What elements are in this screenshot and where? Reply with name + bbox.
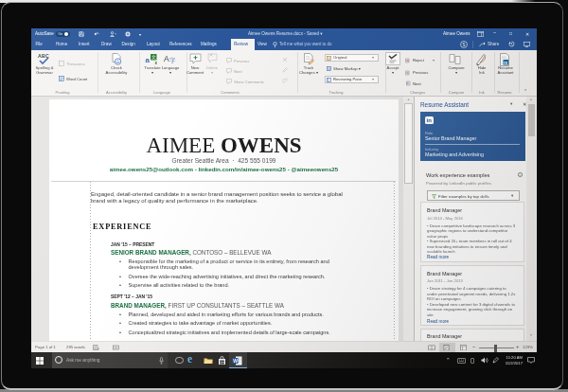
svg-text:a: a [146,56,151,64]
svg-text:文: 文 [151,54,156,60]
svg-text:A: A [164,54,169,63]
svg-text:S: S [462,42,465,46]
svg-text:字: 字 [169,57,176,63]
svg-text:W: W [233,357,238,363]
svg-text:in: in [504,60,507,64]
